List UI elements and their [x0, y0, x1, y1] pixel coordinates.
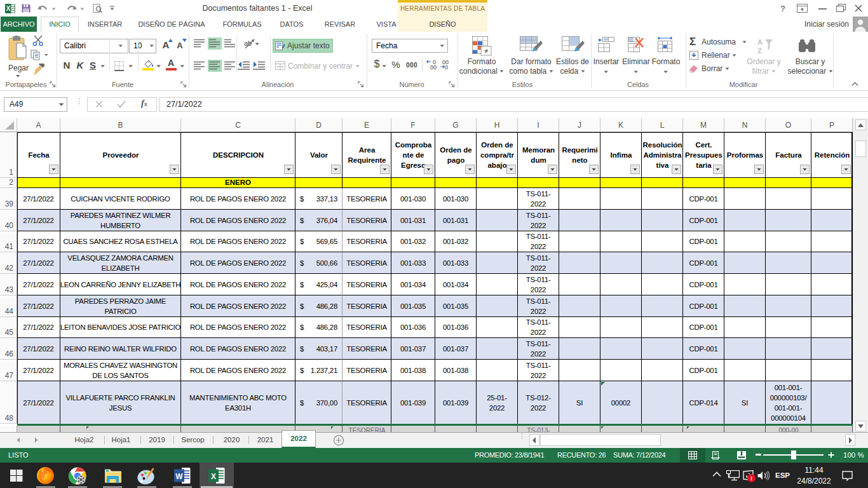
- svg-text:X: X: [6, 5, 11, 12]
- svg-text:Z: Z: [757, 47, 762, 55]
- svg-text:0: 0: [445, 64, 448, 70]
- svg-text:≠: ≠: [484, 47, 488, 55]
- svg-text:00: 00: [430, 64, 437, 70]
- svg-text:X: X: [211, 472, 216, 481]
- svg-text:W: W: [175, 472, 183, 481]
- svg-text:A: A: [757, 38, 763, 46]
